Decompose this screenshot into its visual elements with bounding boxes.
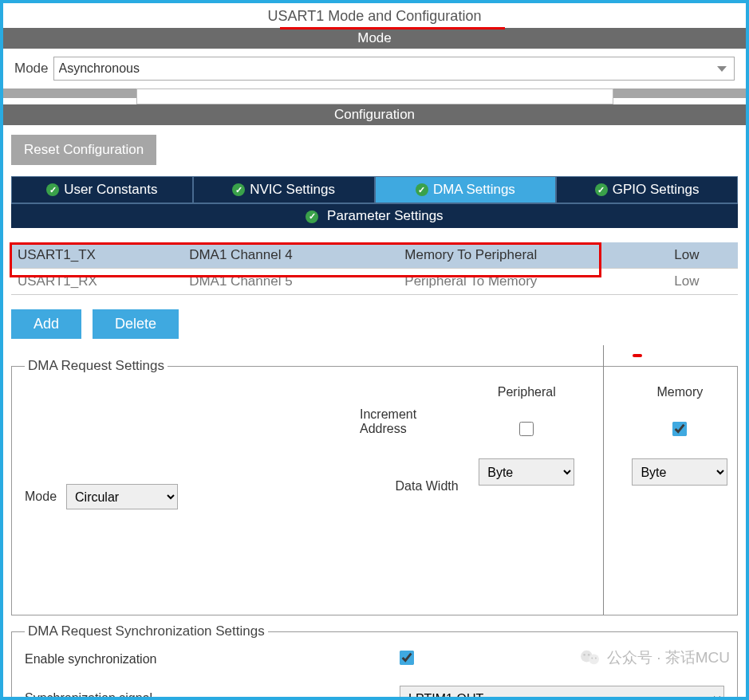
cell-channel: DMA1 Channel 5 <box>183 269 398 295</box>
table-row[interactable]: USART1_TX DMA1 Channel 4 Memory To Perip… <box>11 242 738 269</box>
dma-mode-select[interactable]: Circular <box>66 484 178 509</box>
page-title-text: USART1 Mode and Configuration <box>268 8 482 24</box>
tab-gpio-settings[interactable]: ✓ GPIO Settings <box>556 176 738 203</box>
tab-label: User Constants <box>64 182 157 198</box>
check-icon: ✓ <box>232 183 245 196</box>
mode-select-wrap[interactable] <box>53 57 735 81</box>
dma-request-settings-fieldset: DMA Request Settings Mode Circular Incre… <box>11 358 738 615</box>
tab-label: GPIO Settings <box>613 182 700 198</box>
tab-user-constants[interactable]: ✓ User Constants <box>11 176 193 203</box>
check-icon: ✓ <box>595 183 608 196</box>
table-buttons-row: Add Delete <box>11 295 738 353</box>
memory-increment-checkbox[interactable] <box>672 422 687 436</box>
table-row[interactable]: USART1_RX DMA1 Channel 5 Peripheral To M… <box>11 269 738 295</box>
tab-dma-settings[interactable]: ✓ DMA Settings <box>375 176 557 203</box>
tab-label: NVIC Settings <box>250 182 335 198</box>
configuration-section-header: Configuration <box>3 104 746 125</box>
dma-sync-settings-fieldset: DMA Request Synchronization Settings Ena… <box>11 623 738 700</box>
red-annotation-mark <box>633 354 642 357</box>
sync-signal-select[interactable]: LPTIM1 OUT <box>400 686 724 700</box>
dma-request-settings-legend: DMA Request Settings <box>25 358 168 374</box>
add-button[interactable]: Add <box>11 309 81 339</box>
tab-nvic-settings[interactable]: ✓ NVIC Settings <box>193 176 375 203</box>
tabs-row: ✓ User Constants ✓ NVIC Settings ✓ DMA S… <box>11 176 738 203</box>
tab-parameter-settings[interactable]: ✓ Parameter Settings <box>11 203 738 228</box>
peripheral-header: Peripheral <box>498 385 556 399</box>
sync-signal-label: Synchronization signal <box>25 691 400 700</box>
cell-request: USART1_RX <box>11 269 183 295</box>
vertical-divider <box>603 345 604 615</box>
title-underline-annotation <box>280 27 505 29</box>
dma-mode-row: Mode Circular <box>25 385 360 608</box>
data-width-label: Data Width <box>396 458 459 494</box>
cell-request: USART1_TX <box>11 242 183 269</box>
increment-address-label: Increment Address <box>360 407 459 436</box>
dma-sync-settings-legend: DMA Request Synchronization Settings <box>25 623 268 639</box>
mode-row: Mode <box>3 49 746 88</box>
cell-priority: Low <box>668 269 738 295</box>
cell-direction: Memory To Peripheral <box>398 242 668 269</box>
reset-configuration-button[interactable]: Reset Configuration <box>11 135 156 165</box>
dma-request-table: USART1_TX DMA1 Channel 4 Memory To Perip… <box>11 242 738 295</box>
enable-sync-label: Enable synchronization <box>25 652 400 667</box>
tab-label: Parameter Settings <box>327 208 443 223</box>
dma-mode-label: Mode <box>25 490 57 504</box>
cell-priority: Low <box>668 242 738 269</box>
peripheral-data-width-select[interactable]: Byte <box>479 458 574 486</box>
tab-label: DMA Settings <box>433 182 515 198</box>
cell-direction: Peripheral To Memory <box>398 269 668 295</box>
mode-label: Mode <box>14 61 49 77</box>
memory-header: Memory <box>657 385 704 399</box>
page-title: USART1 Mode and Configuration <box>3 3 746 28</box>
delete-button[interactable]: Delete <box>93 309 179 339</box>
cell-channel: DMA1 Channel 4 <box>183 242 398 269</box>
enable-sync-checkbox[interactable] <box>400 651 414 665</box>
memory-data-width-select[interactable]: Byte <box>632 458 727 486</box>
check-icon: ✓ <box>306 210 318 223</box>
empty-subfield[interactable] <box>136 88 613 104</box>
check-icon: ✓ <box>46 183 59 196</box>
mode-select[interactable] <box>53 57 735 81</box>
mode-section-header: Mode <box>3 28 746 49</box>
check-icon: ✓ <box>416 183 428 196</box>
peripheral-increment-checkbox[interactable] <box>519 422 534 436</box>
